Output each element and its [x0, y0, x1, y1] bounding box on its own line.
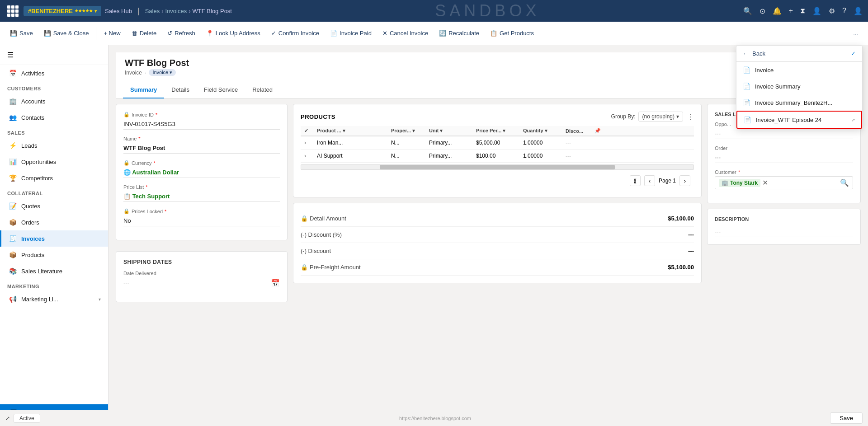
center-column: PRODUCTS Group By: (no grouping) ▾ ⋮: [293, 104, 702, 302]
breadcrumb-invoices[interactable]: Invoices: [165, 8, 187, 14]
cancel-invoice-button[interactable]: ✕ Cancel Invoice: [378, 27, 433, 39]
price-list-value[interactable]: 📋 Tech Support: [123, 191, 280, 202]
confirm-button[interactable]: ✓ Confirm Invoice: [267, 27, 324, 39]
person-lines-icon[interactable]: 👤: [812, 7, 821, 15]
sidebar-item-sales-literature[interactable]: 📚 Sales Literature: [0, 263, 108, 279]
gear-icon[interactable]: ⚙: [829, 7, 835, 15]
invoice-paid-icon: 📄: [330, 30, 337, 37]
price-col-header[interactable]: Price Per... ▾: [476, 128, 521, 134]
customer-close-button[interactable]: ✕: [762, 178, 768, 187]
separator: |: [137, 6, 140, 16]
tab-details[interactable]: Details: [164, 82, 197, 98]
pagination: ⟪ ‹ Page 1 ›: [301, 172, 694, 190]
sidebar-item-quotes[interactable]: 📝 Quotes: [0, 198, 108, 214]
sidebar-item-accounts[interactable]: 🏢 Accounts: [0, 93, 108, 109]
horizontal-scrollbar[interactable]: [301, 164, 694, 170]
sidebar-item-products[interactable]: 📦 Products: [0, 247, 108, 263]
recalculate-button[interactable]: 🔄 Recalculate: [434, 27, 484, 39]
products-card: PRODUCTS Group By: (no grouping) ▾ ⋮: [293, 104, 702, 197]
sidebar-toggle[interactable]: ☰: [0, 45, 108, 65]
expand-icon[interactable]: ⤢: [5, 415, 10, 421]
first-page-button[interactable]: ⟪: [630, 175, 641, 186]
currency-label: 🔒 Currency*: [123, 160, 280, 166]
product-col-header[interactable]: Product ... ▾: [317, 128, 389, 134]
dropdown-item-invoice-summary[interactable]: 📄 Invoice Summary: [736, 78, 862, 94]
sidebar-item-invoices[interactable]: 🧾 Invoices: [0, 230, 108, 247]
document-icon: 📄: [743, 83, 750, 90]
more-button[interactable]: ...: [849, 27, 863, 39]
discount-row: (-) Discount ---: [301, 243, 694, 259]
next-page-button[interactable]: ›: [679, 175, 690, 186]
customer-search-button[interactable]: 🔍: [840, 178, 849, 187]
grid-icon: [7, 5, 19, 17]
tab-field-service[interactable]: Field Service: [197, 82, 245, 98]
opportunity-value: ---: [715, 128, 853, 139]
app-name-badge[interactable]: #BENITEZHERE ★★★★★ ▾: [24, 6, 101, 16]
more-options-icon[interactable]: ⋮: [687, 112, 694, 121]
customer-label: Customer *: [715, 169, 853, 175]
sidebar-item-competitors[interactable]: 🏆 Competitors: [0, 170, 108, 186]
search-icon[interactable]: 🔍: [743, 7, 752, 15]
description-card: Description ---: [707, 209, 861, 245]
dropdown-item-invoice[interactable]: 📄 Invoice: [736, 62, 862, 78]
group-by-select[interactable]: (no grouping) ▾: [638, 112, 683, 122]
name-field: Name* WTF Blog Post: [123, 136, 280, 154]
quantity-col-header[interactable]: Quantity ▾: [523, 128, 564, 134]
property-col-header[interactable]: Proper... ▾: [391, 128, 427, 134]
customer-input[interactable]: 🏢 Tony Stark ✕ 🔍: [715, 176, 853, 189]
filter-icon[interactable]: ⧗: [800, 7, 805, 15]
prev-page-button[interactable]: ‹: [644, 175, 655, 186]
record-subtitle: Invoice · Invoice ▾: [125, 69, 189, 76]
lookup-button[interactable]: 📍 Look Up Address: [202, 27, 265, 39]
dot-sep: ·: [145, 70, 146, 76]
back-arrow-icon: ←: [743, 50, 749, 57]
sidebar-item-leads[interactable]: ⚡ Leads: [0, 137, 108, 154]
save-close-button[interactable]: 💾 Save & Close: [39, 27, 94, 39]
app-chevron-icon: ▾: [94, 9, 97, 14]
invoice-form-card: 🔒 Invoice ID* INV-01017-S4S5G3 Name* WTF…: [116, 104, 288, 240]
breadcrumb: Sales › Invoices › WTF Blog Post: [145, 8, 232, 14]
breadcrumb-sales[interactable]: Sales: [145, 8, 160, 14]
dropdown-item-invoice-summary-benitez[interactable]: 📄 Invoice Summary_BenitezH...: [736, 94, 862, 111]
sidebar-item-label: Contacts: [21, 114, 44, 121]
lock-icon: 🔒: [123, 208, 130, 214]
sidebar-item-contacts[interactable]: 👥 Contacts: [0, 109, 108, 126]
invoices-icon: 🧾: [9, 235, 17, 242]
tab-related[interactable]: Related: [245, 82, 280, 98]
expand-icon[interactable]: ›: [304, 153, 315, 159]
save-button[interactable]: 💾 Save: [5, 27, 38, 39]
sandbox-watermark: SANDBOX: [236, 1, 740, 20]
delete-button[interactable]: 🗑 Delete: [127, 27, 161, 39]
record-type1: Invoice: [125, 70, 142, 76]
tab-summary[interactable]: Summary: [123, 82, 164, 98]
bottom-save-button[interactable]: Save: [830, 412, 863, 424]
back-button[interactable]: ← Back ✓: [736, 46, 862, 62]
discount-col-header[interactable]: Disco...: [566, 128, 593, 134]
marketing-icon: 📢: [9, 295, 17, 303]
expand-icon[interactable]: ›: [304, 140, 315, 146]
new-button[interactable]: + New: [99, 27, 125, 39]
refresh-button[interactable]: ↺ Refresh: [163, 27, 200, 39]
get-products-button[interactable]: 📋 Get Products: [486, 27, 538, 39]
discount-pct-row: (-) Discount (%) ---: [301, 227, 694, 243]
lock-icon: 🔒: [123, 112, 130, 117]
sidebar-item-marketing[interactable]: 📢 Marketing Li... ▾: [0, 291, 108, 307]
plus-icon[interactable]: +: [789, 7, 793, 15]
user-icon[interactable]: 👤: [854, 7, 863, 15]
invoice-paid-button[interactable]: 📄 Invoice Paid: [326, 27, 376, 39]
grid-menu-button[interactable]: [5, 4, 20, 18]
question-icon[interactable]: ?: [842, 7, 846, 15]
unit-col-header[interactable]: Unit ▾: [429, 128, 474, 134]
calendar-icon[interactable]: 📅: [271, 279, 280, 287]
refresh-icon: ↺: [167, 30, 172, 37]
currency-value[interactable]: 🌐 Australian Dollar: [123, 167, 280, 178]
sidebar-item-opportunities[interactable]: 📊 Opportunities: [0, 154, 108, 170]
group-by: Group By: (no grouping) ▾: [611, 112, 683, 122]
leads-icon: ⚡: [9, 142, 17, 149]
sidebar-item-activities[interactable]: 📅 Activities: [0, 65, 108, 81]
date-delivered-label: Date Delivered: [123, 271, 280, 276]
target-icon[interactable]: ⊙: [760, 7, 765, 15]
dropdown-item-invoice-wtf[interactable]: 📄 Invoice_WTF Episode 24 ↗: [736, 111, 862, 129]
bell-icon[interactable]: 🔔: [773, 7, 782, 15]
sidebar-item-orders[interactable]: 📦 Orders: [0, 214, 108, 230]
